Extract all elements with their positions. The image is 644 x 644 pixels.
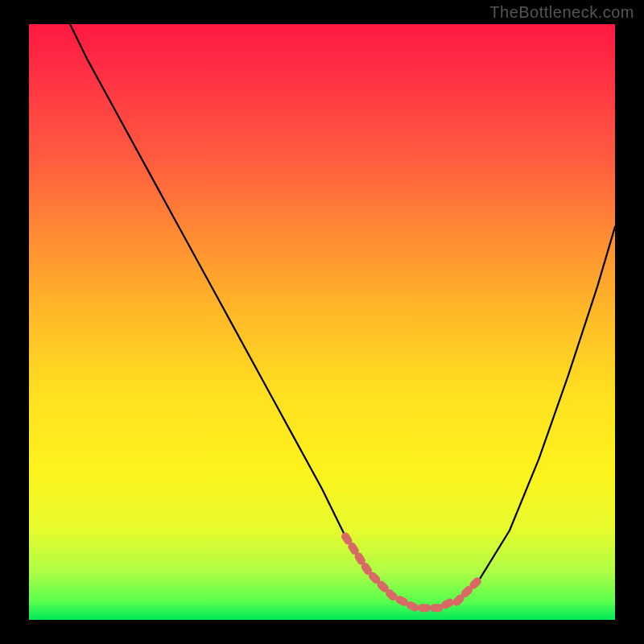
curve-layer <box>29 24 615 620</box>
chart-frame: TheBottleneck.com <box>0 0 644 644</box>
bottleneck-curve-path <box>70 24 615 608</box>
watermark-text: TheBottleneck.com <box>489 3 634 22</box>
target-band-path <box>345 536 480 608</box>
plot-area <box>29 24 615 620</box>
